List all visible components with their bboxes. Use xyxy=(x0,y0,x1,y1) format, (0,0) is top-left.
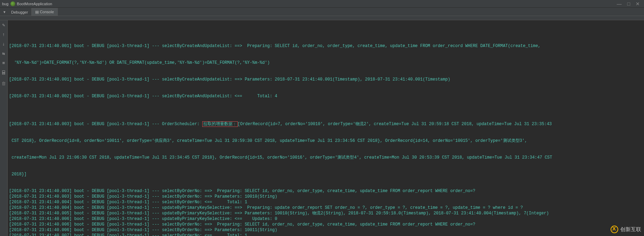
log-line: [2018-07-31 23:41:40.004] boot - DEBUG [… xyxy=(9,199,644,205)
log-line: [2018-07-31 23:41:40.005] boot - DEBUG [… xyxy=(9,211,644,216)
edit-icon[interactable]: ✎ xyxy=(0,22,7,28)
log-line: [2018-07-31 23:41:40.004] boot - DEBUG [… xyxy=(9,205,644,211)
tab-debugger[interactable]: Debugger xyxy=(8,9,31,16)
console-output[interactable]: [2018-07-31 23:41:40.001] boot - DEBUG [… xyxy=(8,20,644,236)
log-line: 2018}] xyxy=(9,172,644,177)
log-line: CST 2018}, OrderRecord{id=8, orderNo='10… xyxy=(9,138,644,144)
log-line: [2018-07-31 23:41:40.001] boot - DEBUG [… xyxy=(9,43,644,49)
down-icon[interactable]: ↓ xyxy=(0,41,7,47)
window-buttons[interactable]: — □ ✕ xyxy=(617,1,642,7)
title-prefix: bug xyxy=(2,2,8,6)
console-gutter: ✎ ↑ ↓ ⇆ ≡ ⌸ 🗑 xyxy=(0,20,8,236)
trash-icon[interactable]: 🗑 xyxy=(0,81,7,86)
log-line: [2018-07-31 23:41:40.003] boot - DEBUG [… xyxy=(9,188,644,194)
rows-icon[interactable]: ≡ xyxy=(0,61,7,66)
log-line: '%Y-%m-%d')=DATE_FORMAT(?,'%Y-%m-%d') OR… xyxy=(9,60,644,66)
log-line: [2018-07-31 23:41:40.007] boot - DEBUG [… xyxy=(9,233,644,236)
up-icon[interactable]: ↑ xyxy=(0,32,7,37)
console-toolbar xyxy=(0,16,644,20)
highlighted-sql-block: [2018-07-31 23:41:40.001] boot - DEBUG [… xyxy=(9,32,644,110)
log-line: [2018-07-31 23:41:40.006] boot - DEBUG [… xyxy=(9,216,644,222)
tab-console[interactable]: ▤ Console xyxy=(31,8,57,16)
app-icon xyxy=(10,1,15,6)
log-line: [2018-07-31 23:41:40.002] boot - DEBUG [… xyxy=(9,93,644,99)
log-line: [2018-07-31 23:41:40.003] boot - DEBUG [… xyxy=(9,121,644,127)
debug-tab-strip: ▾ Debugger ▤ Console xyxy=(0,8,644,16)
log-line: [2018-07-31 23:41:40.001] boot - DEBUG [… xyxy=(9,77,644,82)
log-line: [2018-07-31 23:41:40.006] boot - DEBUG [… xyxy=(9,227,644,233)
log-line: [2018-07-31 23:41:40.006] boot - DEBUG [… xyxy=(9,222,644,227)
highlighted-label: 拉取的增量数据： xyxy=(202,121,238,127)
filter-icon[interactable]: ⌸ xyxy=(0,70,7,76)
tab-dropdown-icon[interactable]: ▾ xyxy=(1,8,8,16)
watermark: 创新互联 xyxy=(611,226,641,233)
watermark-icon xyxy=(611,226,618,233)
log-line: createTime=Mon Jul 23 21:06:30 CST 2018,… xyxy=(9,155,644,160)
wrap-icon[interactable]: ⇆ xyxy=(0,51,7,56)
log-line: [2018-07-31 23:41:40.003] boot - DEBUG [… xyxy=(9,194,644,199)
window-title-bar: bug BootMoreApplication — □ ✕ xyxy=(0,0,644,8)
app-name: BootMoreApplication xyxy=(17,2,52,6)
console-icon: ▤ xyxy=(35,10,40,14)
